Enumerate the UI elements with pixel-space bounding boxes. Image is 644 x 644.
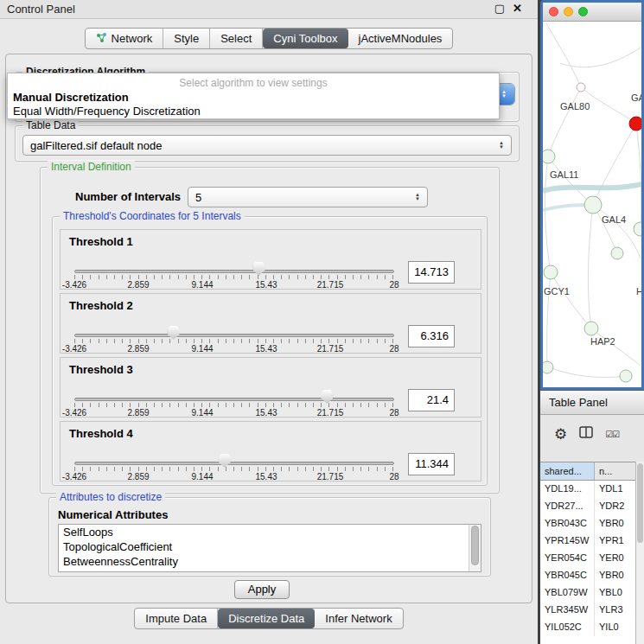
node-label: H [636, 286, 641, 296]
float-window-icon[interactable]: ▢ [494, 2, 505, 15]
threshold-slider[interactable]: -3.4262.8599.144 15.4321.71528 [74, 261, 394, 289]
table-data-combobox[interactable]: galFiltered.sif default node ▲▼ [22, 135, 512, 156]
apply-button[interactable]: Apply [234, 580, 290, 599]
list-item[interactable]: BetweennessCentrality [59, 554, 481, 569]
tab-label: Style [174, 32, 199, 45]
tab-style[interactable]: Style [163, 29, 210, 48]
num-intervals-combobox[interactable]: 5 ▲▼ [188, 187, 428, 207]
network-window-titlebar[interactable] [543, 3, 641, 22]
table-row[interactable]: YDR27...YDR2 [540, 498, 635, 515]
list-item[interactable]: TopologicalCoefficient [59, 539, 481, 554]
slider-track[interactable] [74, 270, 394, 273]
network-node[interactable] [634, 222, 641, 236]
gear-icon[interactable]: ⚙ [554, 425, 567, 443]
interval-group-title: Interval Definition [48, 161, 135, 173]
select-columns-icon[interactable]: ☑☑ [605, 430, 619, 439]
thresholds-group: Threshold's Coordinates for 5 Intervals … [52, 216, 488, 486]
dropdown-item-manual[interactable]: Manual Discretization [8, 90, 499, 104]
threshold-slider[interactable]: -3.4262.8599.144 15.4321.71528 [74, 389, 394, 417]
table-panel-header[interactable]: Table Panel [540, 390, 644, 415]
node-table: shared... n... YDL19...YDL1 YDR27...YDR2… [540, 462, 635, 644]
tab-infer-network[interactable]: Infer Network [315, 609, 402, 628]
slider-ticks [74, 403, 394, 407]
network-view-window: GAL80 GA GAL11 GAL4 GCY1 HAP2 H [540, 0, 644, 390]
list-scrollbar[interactable] [469, 525, 481, 571]
zoom-traffic-light-icon[interactable] [578, 7, 588, 16]
table-row[interactable]: YBR043CYBR0 [540, 515, 635, 532]
tab-label: Network [112, 32, 153, 45]
threshold-value-field[interactable]: 21.4 [408, 389, 455, 411]
column-header-shared-name[interactable]: shared... [540, 462, 595, 480]
network-node[interactable] [577, 83, 585, 92]
network-node[interactable] [584, 322, 598, 335]
minimize-traffic-light-icon[interactable] [564, 7, 573, 16]
list-item[interactable]: SelfLoops [59, 525, 481, 539]
table-row[interactable]: YBR045CYBR0 [540, 567, 635, 584]
network-canvas[interactable]: GAL80 GA GAL11 GAL4 GCY1 HAP2 H [543, 22, 641, 387]
threshold-label: Threshold 3 [69, 363, 133, 376]
interval-definition-group: Interval Definition Number of Intervals … [40, 167, 500, 494]
network-node[interactable] [620, 370, 632, 382]
network-node[interactable] [543, 150, 555, 163]
tab-select[interactable]: Select [210, 29, 263, 48]
network-node[interactable] [543, 361, 553, 373]
close-icon[interactable]: ✕ [513, 2, 522, 15]
table-scrollbar[interactable] [635, 462, 644, 644]
threshold-value-field[interactable]: 6.316 [408, 325, 455, 348]
threshold-label: Threshold 1 [69, 235, 133, 248]
tab-label: Cyni Toolbox [273, 32, 337, 45]
tab-impute-data[interactable]: Impute Data [135, 609, 218, 628]
table-row[interactable]: YIL052CYIL0 [540, 619, 635, 636]
node-label: GAL11 [550, 169, 578, 180]
tab-label: Discretize Data [228, 612, 304, 625]
algorithm-dropdown-popup: Select algorithm to view settings Manual… [7, 73, 500, 119]
network-node[interactable] [544, 265, 558, 279]
control-panel-titlebar[interactable]: Control Panel ▢ ✕ [0, 0, 538, 19]
attributes-listbox[interactable]: SelfLoops TopologicalCoefficient Between… [58, 524, 481, 572]
table-row[interactable]: YLR345WYLR3 [540, 602, 635, 619]
network-node[interactable] [584, 196, 602, 214]
threshold-value-field[interactable]: 11.344 [408, 453, 455, 475]
application-root: Control Panel ▢ ✕ Network [0, 0, 644, 644]
slider-thumb[interactable] [168, 326, 180, 340]
column-header-name[interactable]: n... [595, 462, 635, 480]
threshold-value-field[interactable]: 14.713 [408, 261, 455, 284]
tab-cyni-toolbox[interactable]: Cyni Toolbox [263, 29, 348, 48]
table-panel: ⚙ ☑☑ shared... n... YDL19...YDL1 YDR27..… [540, 415, 644, 644]
table-data-group-title: Table Data [22, 119, 79, 131]
close-traffic-light-icon[interactable] [549, 7, 558, 16]
slider-thumb[interactable] [219, 454, 231, 468]
threshold-panel-4: Threshold 4 -3.4262.8599.144 15.4321.715… [60, 421, 481, 481]
table-row[interactable]: YPR145WYPR1 [540, 532, 635, 550]
slider-scale: -3.4262.8599.144 15.4321.71528 [74, 408, 394, 418]
scrollbar-thumb[interactable] [471, 526, 479, 565]
slider-track[interactable] [74, 398, 394, 401]
slider-track[interactable] [74, 462, 394, 465]
tab-jactivemnodules[interactable]: jActiveMNodules [348, 29, 453, 48]
columns-icon[interactable] [579, 426, 593, 442]
panel-title: Control Panel [7, 3, 75, 16]
threshold-slider[interactable]: -3.4262.8599.144 15.4321.71528 [74, 325, 394, 353]
stepper-icon: ▲▼ [499, 141, 504, 150]
table-data-selected: galFiltered.sif default node [30, 139, 499, 152]
node-label: GA [631, 92, 641, 103]
table-row[interactable]: YBL079WYBL0 [540, 584, 635, 602]
network-node[interactable] [611, 247, 623, 259]
tab-discretize-data[interactable]: Discretize Data [218, 609, 315, 628]
slider-thumb[interactable] [253, 262, 265, 276]
threshold-slider[interactable]: -3.4262.8599.144 15.4321.71528 [74, 453, 394, 481]
slider-track[interactable] [74, 334, 394, 337]
scrollbar-thumb[interactable] [637, 463, 643, 543]
dropdown-item-equal-width[interactable]: Equal Width/Frequency Discretization [8, 104, 499, 118]
node-label: GAL80 [560, 101, 590, 112]
highlighted-network-node[interactable] [629, 117, 641, 131]
table-row[interactable]: YER054CYER0 [540, 550, 635, 567]
tab-network[interactable]: Network [86, 29, 164, 48]
node-label: GAL4 [602, 214, 626, 225]
slider-thumb[interactable] [321, 390, 333, 404]
num-intervals-label: Number of Intervals [75, 190, 181, 203]
thick-network-edge[interactable] [543, 184, 641, 191]
slider-scale: -3.4262.8599.144 15.4321.71528 [74, 344, 394, 354]
table-row[interactable]: YDL19...YDL1 [540, 481, 635, 498]
threshold-panel-2: Threshold 2 -3.4262.8599.144 15.4321.715… [60, 293, 481, 354]
